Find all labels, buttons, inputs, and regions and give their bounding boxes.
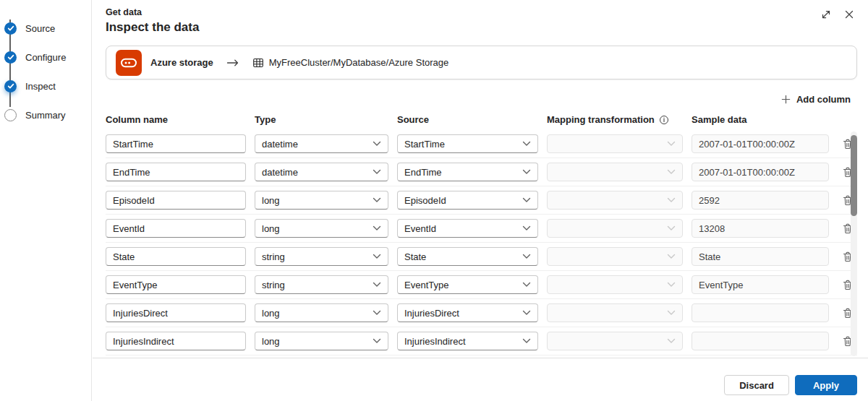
table-grid-icon bbox=[252, 57, 264, 69]
page-title: Inspect the data bbox=[106, 20, 857, 35]
expand-dialog-icon[interactable] bbox=[820, 9, 832, 20]
mapping-transformation-dropdown bbox=[547, 134, 683, 153]
chevron-down-icon bbox=[667, 310, 676, 316]
stepper-item-inspect[interactable]: Inspect bbox=[0, 72, 91, 100]
add-column-button[interactable]: Add column bbox=[780, 94, 851, 105]
source-value: EventType bbox=[404, 280, 448, 290]
chevron-down-icon bbox=[522, 225, 531, 231]
discard-button[interactable]: Discard bbox=[724, 375, 789, 395]
column-name-input[interactable] bbox=[106, 303, 246, 322]
plus-icon bbox=[780, 94, 791, 105]
vertical-scrollbar-track[interactable] bbox=[851, 131, 857, 356]
type-dropdown[interactable]: long bbox=[255, 303, 388, 322]
type-value: long bbox=[262, 195, 280, 206]
get-data-dialog: Source Configure Inspect Summary Get dat… bbox=[0, 0, 868, 401]
type-value: string bbox=[262, 280, 285, 290]
chevron-down-icon bbox=[667, 197, 676, 203]
step-label: Inspect bbox=[25, 81, 56, 92]
table-row: long InjuriesDirect bbox=[106, 299, 857, 327]
mapping-transformation-dropdown bbox=[547, 163, 683, 181]
chevron-down-icon bbox=[667, 338, 676, 344]
column-name-input[interactable] bbox=[106, 219, 246, 238]
column-name-input[interactable] bbox=[106, 134, 246, 153]
type-value: long bbox=[262, 308, 280, 319]
source-name: Azure storage bbox=[150, 57, 213, 68]
mapping-transformation-dropdown bbox=[547, 247, 683, 266]
chevron-down-icon bbox=[373, 197, 381, 203]
source-summary-card: Azure storage MyFreeCluster/MyDatabase/A… bbox=[106, 46, 857, 79]
type-value: long bbox=[262, 336, 280, 347]
mapping-transformation-dropdown bbox=[547, 219, 683, 238]
table-row: datetime EndTime 2007-01-01T00:00:00Z bbox=[106, 158, 857, 186]
chevron-down-icon bbox=[522, 310, 531, 316]
source-dropdown[interactable]: EventType bbox=[397, 275, 538, 294]
step-complete-icon bbox=[4, 51, 17, 64]
vertical-scrollbar-thumb[interactable] bbox=[851, 135, 857, 216]
source-dropdown[interactable]: State bbox=[397, 247, 538, 266]
column-name-input[interactable] bbox=[106, 332, 246, 350]
apply-button[interactable]: Apply bbox=[795, 375, 857, 395]
chevron-down-icon bbox=[522, 169, 531, 175]
type-value: string bbox=[262, 251, 285, 262]
type-dropdown[interactable]: long bbox=[255, 191, 388, 210]
step-label: Source bbox=[25, 23, 55, 34]
table-row: datetime StartTime 2007-01-01T00:00:00Z bbox=[106, 130, 857, 158]
sample-data-field: State bbox=[692, 247, 829, 266]
header-source: Source bbox=[397, 114, 538, 125]
mapping-transformation-dropdown bbox=[547, 275, 683, 294]
source-dropdown[interactable]: InjuriesIndirect bbox=[397, 332, 538, 350]
mapping-transformation-dropdown bbox=[547, 191, 683, 210]
chevron-down-icon bbox=[373, 169, 381, 175]
type-dropdown[interactable]: long bbox=[255, 219, 388, 238]
source-dropdown[interactable]: EventId bbox=[397, 219, 538, 238]
add-column-label: Add column bbox=[796, 94, 851, 105]
chevron-down-icon bbox=[667, 225, 676, 231]
type-dropdown[interactable]: long bbox=[255, 332, 388, 350]
close-icon[interactable] bbox=[843, 9, 855, 20]
stepper-item-configure[interactable]: Configure bbox=[0, 43, 91, 72]
column-name-input[interactable] bbox=[106, 191, 246, 210]
chevron-down-icon bbox=[373, 282, 381, 288]
table-row: long EpisodeId 2592 bbox=[106, 186, 857, 215]
source-value: StartTime bbox=[404, 139, 445, 150]
chevron-down-icon bbox=[522, 197, 531, 203]
chevron-down-icon bbox=[373, 338, 381, 344]
stepper-item-source[interactable]: Source bbox=[0, 14, 91, 43]
source-value: State bbox=[404, 251, 426, 262]
table-toolbar: Add column bbox=[93, 79, 868, 105]
info-icon[interactable] bbox=[659, 115, 669, 125]
sample-data-field: 2007-01-01T00:00:00Z bbox=[692, 134, 829, 153]
step-complete-icon bbox=[4, 22, 17, 35]
column-name-input[interactable] bbox=[106, 247, 246, 266]
chevron-down-icon bbox=[522, 141, 531, 147]
type-value: datetime bbox=[262, 139, 298, 150]
source-dropdown[interactable]: EpisodeId bbox=[397, 191, 538, 210]
source-value: EndTime bbox=[404, 167, 442, 178]
arrow-right-icon bbox=[226, 59, 239, 66]
type-dropdown[interactable]: datetime bbox=[255, 163, 388, 181]
chevron-down-icon bbox=[373, 225, 381, 231]
sample-data-field: 2592 bbox=[692, 191, 829, 210]
stepper-item-summary[interactable]: Summary bbox=[0, 100, 91, 129]
source-dropdown[interactable]: EndTime bbox=[397, 163, 538, 181]
step-complete-icon bbox=[4, 80, 17, 92]
mapping-transformation-dropdown bbox=[547, 303, 683, 322]
column-name-input[interactable] bbox=[106, 275, 246, 294]
source-dropdown[interactable]: InjuriesDirect bbox=[397, 303, 538, 322]
column-name-input[interactable] bbox=[106, 163, 246, 181]
type-dropdown[interactable]: string bbox=[255, 275, 388, 294]
dialog-eyebrow: Get data bbox=[106, 7, 857, 17]
header-mapping: Mapping transformation bbox=[547, 114, 683, 125]
chevron-down-icon bbox=[667, 141, 676, 147]
chevron-down-icon bbox=[373, 310, 381, 316]
source-value: EventId bbox=[404, 223, 436, 234]
source-dropdown[interactable]: StartTime bbox=[397, 134, 538, 153]
table-row: string EventType EventType bbox=[106, 271, 857, 299]
sample-data-field bbox=[692, 332, 829, 350]
type-dropdown[interactable]: string bbox=[255, 247, 388, 266]
header-mapping-label: Mapping transformation bbox=[547, 114, 655, 125]
chevron-down-icon bbox=[667, 282, 676, 288]
type-dropdown[interactable]: datetime bbox=[255, 134, 388, 153]
mapping-transformation-dropdown bbox=[547, 332, 683, 350]
header-sample-data: Sample data bbox=[692, 114, 829, 125]
